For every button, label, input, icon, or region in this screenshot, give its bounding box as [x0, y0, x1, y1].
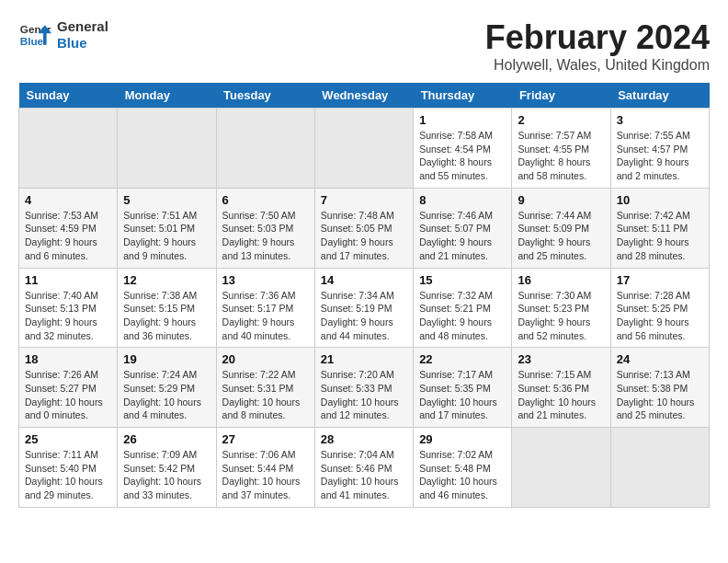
calendar-week-row: 25Sunrise: 7:11 AM Sunset: 5:40 PM Dayli…	[19, 428, 710, 508]
logo-icon: General Blue	[18, 18, 51, 52]
calendar-cell: 14Sunrise: 7:34 AM Sunset: 5:19 PM Dayli…	[314, 268, 413, 348]
day-info: Sunrise: 7:58 AM Sunset: 4:54 PM Dayligh…	[419, 129, 506, 183]
day-number: 12	[123, 273, 210, 287]
day-info: Sunrise: 7:06 AM Sunset: 5:44 PM Dayligh…	[222, 448, 309, 502]
day-info: Sunrise: 7:02 AM Sunset: 5:48 PM Dayligh…	[419, 448, 506, 502]
day-info: Sunrise: 7:53 AM Sunset: 4:59 PM Dayligh…	[25, 209, 111, 263]
day-info: Sunrise: 7:57 AM Sunset: 4:55 PM Dayligh…	[518, 129, 604, 183]
calendar-cell	[610, 428, 709, 508]
calendar-cell: 20Sunrise: 7:22 AM Sunset: 5:31 PM Dayli…	[216, 348, 314, 428]
calendar-cell: 4Sunrise: 7:53 AM Sunset: 4:59 PM Daylig…	[19, 188, 118, 268]
calendar-body: 1Sunrise: 7:58 AM Sunset: 4:54 PM Daylig…	[19, 109, 710, 508]
day-number: 16	[518, 273, 604, 287]
day-number: 20	[222, 352, 309, 366]
day-number: 25	[25, 432, 111, 446]
day-info: Sunrise: 7:26 AM Sunset: 5:27 PM Dayligh…	[25, 368, 111, 422]
logo-general-text: General	[57, 18, 108, 35]
weekday-header-wednesday: Wednesday	[314, 83, 413, 109]
day-number: 3	[617, 113, 703, 127]
day-info: Sunrise: 7:32 AM Sunset: 5:21 PM Dayligh…	[419, 289, 506, 343]
calendar-cell: 23Sunrise: 7:15 AM Sunset: 5:36 PM Dayli…	[512, 348, 610, 428]
day-number: 4	[25, 193, 111, 207]
title-block: February 2024 Holywell, Wales, United Ki…	[485, 18, 710, 74]
day-number: 15	[419, 273, 506, 287]
day-info: Sunrise: 7:04 AM Sunset: 5:46 PM Dayligh…	[321, 448, 407, 502]
calendar-cell: 29Sunrise: 7:02 AM Sunset: 5:48 PM Dayli…	[414, 428, 512, 508]
day-number: 26	[123, 432, 210, 446]
weekday-header-tuesday: Tuesday	[216, 83, 314, 109]
calendar-cell: 12Sunrise: 7:38 AM Sunset: 5:15 PM Dayli…	[118, 268, 216, 348]
day-number: 7	[321, 193, 407, 207]
calendar-cell: 24Sunrise: 7:13 AM Sunset: 5:38 PM Dayli…	[610, 348, 709, 428]
calendar-table: SundayMondayTuesdayWednesdayThursdayFrid…	[18, 83, 710, 508]
calendar-cell	[216, 109, 314, 189]
day-info: Sunrise: 7:50 AM Sunset: 5:03 PM Dayligh…	[222, 209, 309, 263]
calendar-cell	[314, 109, 413, 189]
day-number: 14	[321, 273, 407, 287]
day-info: Sunrise: 7:11 AM Sunset: 5:40 PM Dayligh…	[25, 448, 111, 502]
calendar-cell: 16Sunrise: 7:30 AM Sunset: 5:23 PM Dayli…	[512, 268, 610, 348]
day-number: 9	[518, 193, 604, 207]
calendar-cell: 13Sunrise: 7:36 AM Sunset: 5:17 PM Dayli…	[216, 268, 314, 348]
day-info: Sunrise: 7:36 AM Sunset: 5:17 PM Dayligh…	[222, 289, 309, 343]
calendar-cell: 27Sunrise: 7:06 AM Sunset: 5:44 PM Dayli…	[216, 428, 314, 508]
calendar-cell: 6Sunrise: 7:50 AM Sunset: 5:03 PM Daylig…	[216, 188, 314, 268]
calendar-cell	[19, 109, 118, 189]
calendar-cell: 22Sunrise: 7:17 AM Sunset: 5:35 PM Dayli…	[414, 348, 512, 428]
location: Holywell, Wales, United Kingdom	[485, 57, 710, 74]
day-number: 27	[222, 432, 309, 446]
calendar-cell: 25Sunrise: 7:11 AM Sunset: 5:40 PM Dayli…	[19, 428, 118, 508]
day-number: 6	[222, 193, 309, 207]
weekday-header-saturday: Saturday	[610, 83, 709, 109]
weekday-header-monday: Monday	[118, 83, 216, 109]
day-number: 22	[419, 352, 506, 366]
day-number: 24	[617, 352, 703, 366]
day-info: Sunrise: 7:17 AM Sunset: 5:35 PM Dayligh…	[419, 368, 506, 422]
calendar-cell: 26Sunrise: 7:09 AM Sunset: 5:42 PM Dayli…	[118, 428, 216, 508]
calendar-cell	[512, 428, 610, 508]
month-year: February 2024	[485, 18, 710, 57]
day-info: Sunrise: 7:09 AM Sunset: 5:42 PM Dayligh…	[123, 448, 210, 502]
calendar-cell: 10Sunrise: 7:42 AM Sunset: 5:11 PM Dayli…	[610, 188, 709, 268]
calendar-cell: 7Sunrise: 7:48 AM Sunset: 5:05 PM Daylig…	[314, 188, 413, 268]
weekday-header-row: SundayMondayTuesdayWednesdayThursdayFrid…	[19, 83, 710, 109]
day-info: Sunrise: 7:48 AM Sunset: 5:05 PM Dayligh…	[321, 209, 407, 263]
day-number: 10	[617, 193, 703, 207]
day-info: Sunrise: 7:55 AM Sunset: 4:57 PM Dayligh…	[617, 129, 703, 183]
day-info: Sunrise: 7:28 AM Sunset: 5:25 PM Dayligh…	[617, 289, 703, 343]
day-info: Sunrise: 7:40 AM Sunset: 5:13 PM Dayligh…	[25, 289, 111, 343]
day-info: Sunrise: 7:34 AM Sunset: 5:19 PM Dayligh…	[321, 289, 407, 343]
day-info: Sunrise: 7:38 AM Sunset: 5:15 PM Dayligh…	[123, 289, 210, 343]
calendar-cell: 11Sunrise: 7:40 AM Sunset: 5:13 PM Dayli…	[19, 268, 118, 348]
calendar-cell: 2Sunrise: 7:57 AM Sunset: 4:55 PM Daylig…	[512, 109, 610, 189]
calendar-cell: 1Sunrise: 7:58 AM Sunset: 4:54 PM Daylig…	[414, 109, 512, 189]
calendar-header: SundayMondayTuesdayWednesdayThursdayFrid…	[19, 83, 710, 109]
day-number: 13	[222, 273, 309, 287]
day-info: Sunrise: 7:42 AM Sunset: 5:11 PM Dayligh…	[617, 209, 703, 263]
weekday-header-sunday: Sunday	[19, 83, 118, 109]
day-number: 28	[321, 432, 407, 446]
calendar-cell: 3Sunrise: 7:55 AM Sunset: 4:57 PM Daylig…	[610, 109, 709, 189]
day-info: Sunrise: 7:15 AM Sunset: 5:36 PM Dayligh…	[518, 368, 604, 422]
calendar-week-row: 18Sunrise: 7:26 AM Sunset: 5:27 PM Dayli…	[19, 348, 710, 428]
weekday-header-friday: Friday	[512, 83, 610, 109]
day-info: Sunrise: 7:24 AM Sunset: 5:29 PM Dayligh…	[123, 368, 210, 422]
day-number: 5	[123, 193, 210, 207]
day-number: 17	[617, 273, 703, 287]
day-info: Sunrise: 7:30 AM Sunset: 5:23 PM Dayligh…	[518, 289, 604, 343]
day-number: 1	[419, 113, 506, 127]
calendar-cell: 15Sunrise: 7:32 AM Sunset: 5:21 PM Dayli…	[414, 268, 512, 348]
day-info: Sunrise: 7:51 AM Sunset: 5:01 PM Dayligh…	[123, 209, 210, 263]
calendar-cell: 17Sunrise: 7:28 AM Sunset: 5:25 PM Dayli…	[610, 268, 709, 348]
page-header: General Blue General Blue February 2024 …	[18, 18, 710, 74]
day-info: Sunrise: 7:44 AM Sunset: 5:09 PM Dayligh…	[518, 209, 604, 263]
day-info: Sunrise: 7:13 AM Sunset: 5:38 PM Dayligh…	[617, 368, 703, 422]
calendar-week-row: 4Sunrise: 7:53 AM Sunset: 4:59 PM Daylig…	[19, 188, 710, 268]
day-number: 8	[419, 193, 506, 207]
logo: General Blue General Blue	[18, 18, 108, 52]
day-number: 11	[25, 273, 111, 287]
calendar-cell: 21Sunrise: 7:20 AM Sunset: 5:33 PM Dayli…	[314, 348, 413, 428]
calendar-week-row: 1Sunrise: 7:58 AM Sunset: 4:54 PM Daylig…	[19, 109, 710, 189]
day-info: Sunrise: 7:46 AM Sunset: 5:07 PM Dayligh…	[419, 209, 506, 263]
day-number: 29	[419, 432, 506, 446]
